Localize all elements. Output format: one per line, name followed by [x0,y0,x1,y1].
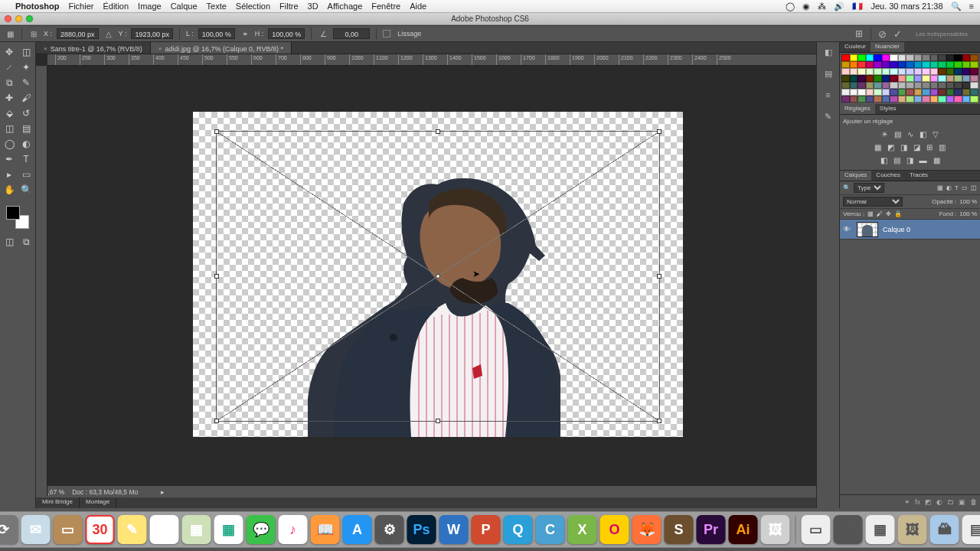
app-menu[interactable]: Photoshop [15,2,59,11]
gradient-tool[interactable]: ▤ [18,122,34,135]
status-icon[interactable]: ◉ [802,2,810,11]
swatch[interactable] [930,54,939,61]
swap-xy-icon[interactable]: △ [103,28,114,39]
swatch[interactable] [946,54,955,61]
move-tool[interactable]: ✥ [2,45,17,59]
canvas-viewport[interactable]: ➤ [47,66,816,485]
swatch[interactable] [946,96,955,103]
swatch[interactable] [970,96,978,103]
layer-mask-icon[interactable]: ◩ [925,498,932,506]
dock-app-icon[interactable]: ▦ [182,515,211,544]
transform-center[interactable] [436,274,440,279]
dodge-tool[interactable]: ◐ [18,137,34,151]
filter-smart-icon[interactable]: ◫ [971,184,977,191]
panel-icon[interactable]: ◧ [821,45,836,59]
transform-tool-icon[interactable]: ▦ [5,28,15,39]
dock-app-icon[interactable]: ♪ [279,515,308,544]
swatch[interactable] [882,96,890,103]
warp-mode-icon[interactable]: ⊞ [854,28,864,39]
swatch[interactable] [962,54,971,61]
swatch[interactable] [850,96,858,103]
swatch[interactable] [914,96,923,103]
swatch[interactable] [874,61,882,68]
swatch[interactable] [874,68,882,75]
swatch[interactable] [938,68,946,75]
panel-icon[interactable]: ✎ [821,109,836,123]
swatch[interactable] [914,82,923,89]
swatch[interactable] [882,61,890,68]
swatch[interactable] [866,96,874,103]
document-tab[interactable]: ×Sans titre-1 @ 16,7% (RVB/8) [36,42,151,54]
swatch[interactable] [962,61,971,68]
dock-app-icon[interactable]: ▭ [54,515,83,544]
dock-app-icon[interactable]: 💬 [247,515,276,544]
swatch[interactable] [970,89,978,96]
status-doc-info[interactable]: Doc : 63,3 Mo/48,5 Mo [72,488,138,496]
swatch[interactable] [890,75,898,82]
healing-tool[interactable]: ✚ [2,91,17,105]
filter-pixel-icon[interactable]: ▦ [937,184,943,191]
tab-styles[interactable]: Styles [875,104,901,114]
close-window-button[interactable] [5,15,11,22]
menu-filtre[interactable]: Filtre [279,2,298,11]
swatch[interactable] [850,89,858,96]
rotation-field[interactable]: 0,00 [333,28,370,39]
dock-app-icon[interactable]: 30 [86,515,115,544]
swatch[interactable] [866,82,874,89]
swatch[interactable] [858,96,866,103]
dock-app-icon[interactable]: ✎ [118,515,147,544]
swatch[interactable] [954,96,962,103]
stamp-tool[interactable]: ⬙ [2,106,17,120]
document-canvas[interactable] [193,112,683,437]
tab-reglages[interactable]: Réglages [840,104,875,114]
swatch[interactable] [954,82,962,89]
spotlight-icon[interactable]: 🔍 [951,2,962,11]
dock-app-icon[interactable]: ▭ [834,515,863,544]
swatch[interactable] [858,54,866,61]
dock-app-icon[interactable]: X [568,515,597,544]
zoom-window-button[interactable] [26,15,33,22]
transform-handle[interactable] [657,274,662,279]
dock-app-icon[interactable]: S [665,515,694,544]
swatch[interactable] [906,61,914,68]
swatch[interactable] [898,54,906,61]
swatch[interactable] [841,54,850,61]
transform-handle[interactable] [214,129,219,134]
swatch[interactable] [930,75,939,82]
swatch[interactable] [922,89,930,96]
panel-icon[interactable]: ≡ [821,88,836,102]
swatch[interactable] [841,75,850,82]
swatch[interactable] [938,54,946,61]
swatch[interactable] [970,82,978,89]
opacity-value[interactable]: 100 % [959,198,977,205]
dock-app-icon[interactable]: Pr [697,515,726,544]
transform-bounding-box[interactable] [216,131,660,422]
swatch[interactable] [906,89,914,96]
gradmap-icon[interactable]: ▬ [920,156,927,165]
swatch[interactable] [922,68,930,75]
colbal-icon[interactable]: ◩ [887,143,894,152]
marquee-tool[interactable]: ◫ [18,45,34,59]
brightness-icon[interactable]: ☀ [881,130,888,139]
layer-row[interactable]: 👁 Calque 0 [840,220,980,240]
swatch[interactable] [938,96,946,103]
swatch[interactable] [914,68,923,75]
swatch[interactable] [898,82,906,89]
menu-extras-icon[interactable]: ≡ [969,2,974,11]
swatches-grid[interactable] [840,53,980,104]
swatch[interactable] [874,89,882,96]
swatch[interactable] [890,96,898,103]
transform-handle[interactable] [436,419,440,423]
layer-thumbnail[interactable] [857,222,878,237]
swatch[interactable] [962,96,971,103]
visibility-icon[interactable]: 👁 [843,225,852,233]
dock-app-icon[interactable]: 🦊 [632,515,662,544]
menu-selection[interactable]: Sélection [236,2,270,11]
swatch[interactable] [962,68,971,75]
swatch[interactable] [954,75,962,82]
dock-app-icon[interactable]: 🖼 [898,515,927,544]
fill-value[interactable]: 100 % [959,210,977,217]
swatch[interactable] [882,82,890,89]
swatch[interactable] [930,82,939,89]
menu-texte[interactable]: Texte [207,2,227,11]
